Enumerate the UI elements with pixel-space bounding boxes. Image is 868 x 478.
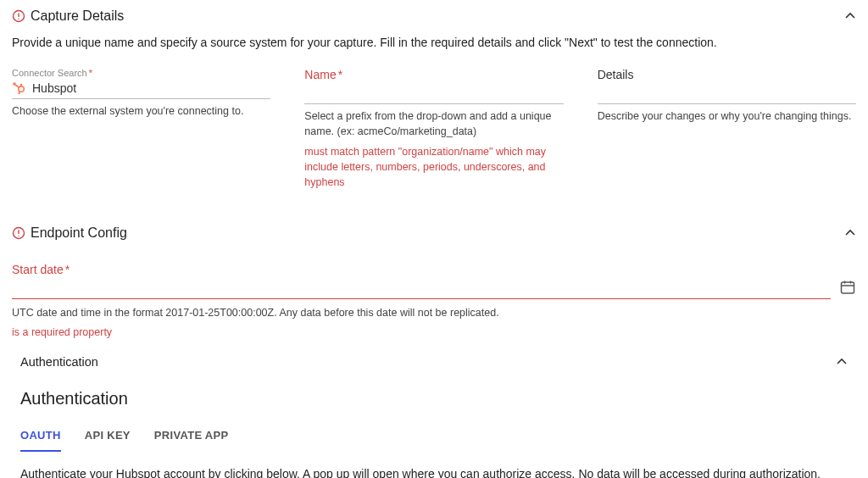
chevron-up-icon[interactable]	[844, 227, 856, 239]
svg-point-2	[18, 19, 19, 19]
svg-point-12	[18, 236, 19, 236]
details-label: Details	[598, 68, 856, 81]
name-input[interactable]	[304, 83, 563, 104]
tab-api-key[interactable]: API KEY	[85, 424, 131, 452]
auth-description: Authenticate your Hubspot account by cli…	[20, 467, 848, 478]
name-label: Name*	[304, 68, 563, 81]
endpoint-config-title: Endpoint Config	[31, 225, 127, 241]
authentication-subtitle: Authentication	[20, 355, 98, 369]
calendar-icon[interactable]	[839, 279, 856, 296]
tab-private-app[interactable]: PRIVATE APP	[154, 424, 229, 452]
svg-point-6	[20, 84, 23, 86]
start-date-input[interactable]	[12, 278, 831, 299]
svg-point-8	[18, 92, 19, 94]
start-date-hint: UTC date and time in the format 2017-01-…	[12, 306, 856, 321]
connector-label: Connector Search*	[12, 68, 270, 78]
alert-icon	[12, 226, 25, 240]
chevron-up-icon[interactable]	[844, 10, 856, 22]
capture-details-header[interactable]: Capture Details	[12, 7, 856, 36]
start-date-label: Start date*	[12, 263, 831, 276]
connector-value: Hubspot	[32, 81, 76, 95]
authentication-heading: Authentication	[20, 389, 848, 409]
name-field: Name* Select a prefix from the drop-down…	[304, 68, 563, 190]
details-field: Details Describe your changes or why you…	[598, 68, 856, 190]
capture-details-title: Capture Details	[31, 8, 124, 24]
start-date-error: is a required property	[12, 325, 856, 340]
tab-oauth[interactable]: OAUTH	[20, 424, 61, 452]
auth-tabs: OAUTH API KEY PRIVATE APP	[20, 424, 848, 452]
start-date-field: Start date*	[12, 263, 831, 299]
endpoint-config-header[interactable]: Endpoint Config	[12, 224, 856, 246]
hubspot-icon	[12, 81, 25, 95]
authentication-subheader[interactable]: Authentication	[12, 340, 856, 379]
name-error: must match pattern "organization/name" w…	[304, 144, 563, 190]
svg-rect-13	[842, 282, 854, 293]
details-input[interactable]	[598, 83, 856, 104]
connector-search-field: Connector Search* Hubspot Choose the ext…	[12, 68, 270, 190]
details-hint: Describe your changes or why you're chan…	[598, 109, 856, 125]
connector-hint: Choose the external system you're connec…	[12, 104, 270, 119]
svg-line-5	[15, 85, 19, 88]
capture-details-description: Provide a unique name and specify a sour…	[12, 36, 856, 49]
connector-input[interactable]: Hubspot	[12, 80, 270, 99]
alert-icon	[12, 9, 25, 23]
name-hint: Select a prefix from the drop-down and a…	[304, 109, 563, 139]
chevron-up-icon[interactable]	[836, 356, 848, 368]
